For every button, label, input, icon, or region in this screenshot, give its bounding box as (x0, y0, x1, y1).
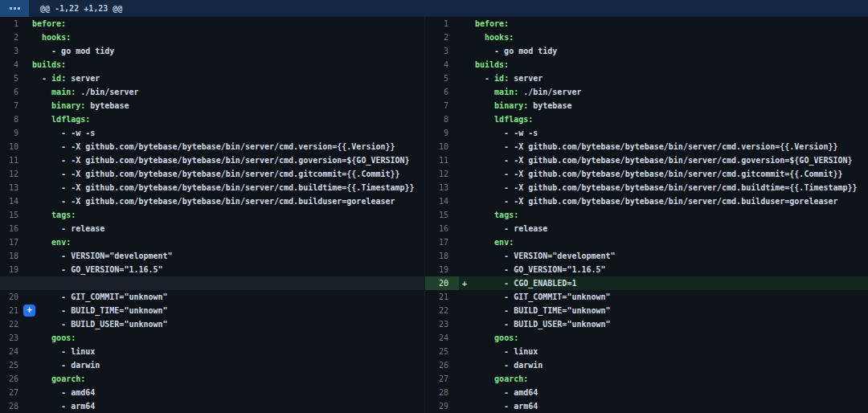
line-number[interactable]: 9 (0, 126, 23, 140)
diff-row-new: 14 - -X github.com/bytebase/bytebase/bin… (425, 194, 868, 208)
line-number[interactable]: 14 (425, 194, 459, 208)
line-number[interactable]: 16 (0, 222, 23, 235)
line-number[interactable]: 22 (425, 304, 459, 317)
diff-marker (459, 167, 475, 181)
line-code: - go mod tidy (32, 44, 424, 58)
line-number[interactable]: 27 (425, 372, 459, 386)
line-number[interactable]: 11 (425, 153, 459, 167)
code-text (32, 33, 42, 42)
code-text: - (475, 74, 494, 83)
diff-marker (459, 372, 475, 386)
line-number[interactable]: 3 (425, 44, 459, 58)
line-number[interactable]: 17 (0, 235, 23, 249)
line-number[interactable]: 5 (425, 72, 459, 85)
line-number[interactable]: 25 (425, 345, 459, 358)
line-number[interactable]: 5 (0, 72, 23, 85)
line-number[interactable]: 25 (0, 358, 23, 372)
line-number[interactable]: 17 (425, 235, 459, 249)
line-number[interactable]: 28 (0, 399, 23, 413)
code-text: - GIT_COMMIT="unknown" (32, 292, 168, 301)
yaml-key: ldflags: (494, 115, 533, 124)
line-number[interactable]: 4 (0, 58, 23, 72)
diff-row-new: 8 ldflags: (425, 112, 868, 126)
line-number[interactable]: 15 (425, 208, 459, 222)
diff-marker (23, 167, 32, 181)
code-text: bytebase (85, 101, 129, 110)
line-number[interactable]: 19 (425, 263, 459, 276)
diff-row-old: 23 goos: (0, 331, 424, 345)
diff-marker (459, 31, 475, 44)
line-number[interactable]: 6 (0, 85, 23, 99)
code-text (475, 88, 494, 96)
diff-marker (23, 372, 32, 386)
yaml-key: binary: (51, 101, 85, 110)
line-number[interactable]: 4 (425, 58, 459, 72)
line-number[interactable]: 7 (0, 99, 23, 112)
diff-row-new: 26 - darwin (425, 358, 868, 372)
line-number[interactable]: 24 (0, 345, 23, 358)
diff-row-old: 25 - darwin (0, 358, 424, 372)
diff-row-old: 27 - amd64 (0, 386, 424, 399)
diff-row-new: 3 - go mod tidy (425, 44, 868, 58)
line-number[interactable]: 26 (425, 358, 459, 372)
add-comment-button[interactable]: + (23, 305, 35, 317)
expand-hunk-button[interactable] (0, 0, 29, 17)
line-code: - -X github.com/bytebase/bytebase/bin/se… (32, 140, 424, 153)
line-code: - BUILD_TIME="unknown" (32, 304, 424, 317)
yaml-key: before: (32, 19, 66, 28)
line-number[interactable]: 22 (0, 317, 23, 331)
line-number[interactable]: 24 (425, 331, 459, 345)
yaml-key: env: (51, 238, 71, 247)
line-code: goarch: (32, 372, 424, 386)
line-number[interactable]: 10 (425, 140, 459, 153)
line-number[interactable]: 11 (0, 153, 23, 167)
line-number[interactable]: 13 (0, 181, 23, 194)
diff-row-old: 8 ldflags: (0, 112, 424, 126)
line-number[interactable]: 23 (0, 331, 23, 345)
line-number[interactable]: 12 (425, 167, 459, 181)
line-number[interactable]: 18 (0, 249, 23, 263)
line-number[interactable]: 2 (0, 31, 23, 44)
line-number[interactable]: 28 (425, 386, 459, 399)
diff-marker (459, 386, 475, 399)
diff-row-new: 25 - linux (425, 345, 868, 358)
line-number[interactable]: 9 (425, 126, 459, 140)
line-number[interactable]: 6 (425, 85, 459, 99)
yaml-key: env: (494, 238, 514, 247)
line-number[interactable]: 14 (0, 194, 23, 208)
line-number[interactable]: 27 (0, 386, 23, 399)
line-number[interactable]: 29 (425, 399, 459, 413)
line-number[interactable]: 10 (0, 140, 23, 153)
line-number[interactable]: 23 (425, 317, 459, 331)
yaml-key: tags: (51, 211, 76, 219)
diff-row-new: 17 env: (425, 235, 868, 249)
line-number[interactable]: 20 (425, 276, 459, 290)
line-number[interactable]: 2 (425, 31, 459, 44)
line-number[interactable]: 20 (0, 290, 23, 304)
line-code: - go mod tidy (475, 44, 868, 58)
diff-row-old: 9 - -w -s (0, 126, 424, 140)
yaml-key: binary: (494, 101, 528, 110)
code-text (475, 238, 494, 247)
line-number[interactable]: 1 (0, 17, 23, 31)
line-number[interactable]: 21 (425, 290, 459, 304)
line-number[interactable]: 13 (425, 181, 459, 194)
code-text: - -X github.com/bytebase/bytebase/bin/se… (475, 170, 843, 178)
line-number[interactable]: 3 (0, 44, 23, 58)
line-number[interactable]: 8 (0, 112, 23, 126)
line-code: - -X github.com/bytebase/bytebase/bin/se… (32, 153, 424, 167)
line-number[interactable]: 18 (425, 249, 459, 263)
line-code: binary: bytebase (475, 99, 868, 112)
line-number[interactable]: 16 (425, 222, 459, 235)
code-text: - VERSION="development" (32, 251, 173, 260)
diff-row-new: 15 tags: (425, 208, 868, 222)
line-code: - -X github.com/bytebase/bytebase/bin/se… (32, 181, 424, 194)
line-number[interactable]: 1 (425, 17, 459, 31)
line-number[interactable]: 8 (425, 112, 459, 126)
line-number[interactable]: 19 (0, 263, 23, 276)
line-number[interactable]: 12 (0, 167, 23, 181)
line-number[interactable]: 21+ (0, 304, 23, 317)
line-number[interactable]: 26 (0, 372, 23, 386)
line-number[interactable]: 7 (425, 99, 459, 112)
line-number[interactable]: 15 (0, 208, 23, 222)
